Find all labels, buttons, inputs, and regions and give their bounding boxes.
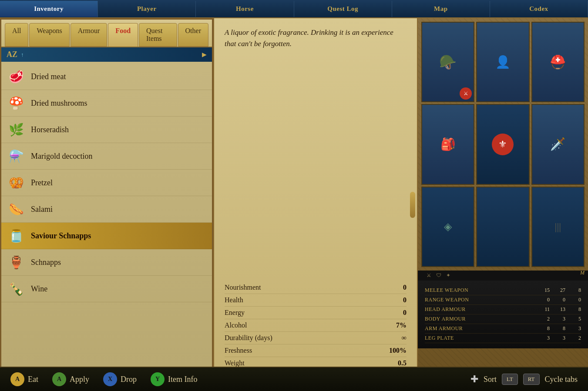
item-name-dried-meat: Dried meat: [31, 72, 66, 81]
stats-row-leg: LEG PLATE 3 3 2: [425, 334, 581, 343]
stat-value: 100%: [389, 347, 407, 354]
eat-action[interactable]: A Eat: [10, 372, 38, 386]
list-item[interactable]: ⚗️ Marigold decoction: [1, 143, 212, 170]
head-v3: 8: [572, 306, 581, 313]
list-item[interactable]: 🥨 Pretzel: [1, 170, 212, 196]
head-v1: 11: [541, 306, 550, 313]
item-description: A liquor of exotic fragrance. Drinking i…: [225, 27, 407, 79]
tab-food[interactable]: Food: [108, 23, 138, 47]
stat-health: Health 0: [225, 294, 407, 307]
equip-slot-bag[interactable]: 🎒: [421, 104, 474, 184]
rt-label: RT: [528, 376, 535, 383]
nav-horse[interactable]: Horse: [196, 1, 294, 17]
item-name-saviour-schnapps: Saviour Schnapps: [31, 231, 91, 241]
main-area: All Weapons Armour Food Quest Items Othe…: [0, 18, 588, 391]
stats-values-melee: 15 27 8: [541, 287, 581, 294]
apply-action[interactable]: A Apply: [52, 372, 89, 386]
arm-v2: 8: [557, 325, 565, 332]
tab-other[interactable]: Other: [178, 23, 208, 47]
melee-v3: 8: [572, 287, 581, 294]
equipment-panel: 🪖 ⚔ 👤 ⛑️ 🎒 ⚜ 🗡️ ◈: [418, 18, 588, 391]
body-v2: 3: [557, 316, 565, 322]
ring-icon: ◈: [444, 221, 452, 233]
melee-v1: 15: [541, 287, 550, 294]
sort-label: ↑: [21, 51, 24, 58]
nav-codex[interactable]: Codex: [490, 1, 588, 17]
scroll-handle[interactable]: [410, 192, 415, 218]
drop-label: Drop: [121, 375, 137, 384]
equip-slot-head[interactable]: 🪖 ⚔: [421, 22, 474, 102]
list-item[interactable]: 🥩 Dried meat: [1, 63, 212, 90]
nav-player[interactable]: Player: [98, 1, 196, 17]
equip-slot-weapon[interactable]: 🗡️: [531, 104, 585, 184]
inventory-panel: All Weapons Armour Food Quest Items Othe…: [0, 18, 213, 391]
stats-values-head: 11 13 8: [541, 306, 581, 313]
shield-badge: ⚔: [460, 87, 472, 100]
item-name-schnapps: Schnapps: [31, 258, 61, 267]
stats-label-head: HEAD ARMOUR: [425, 306, 541, 313]
item-icon-horseradish: 🌿: [7, 120, 26, 139]
range-v1: 0: [541, 297, 550, 303]
list-item[interactable]: 🍾 Wine: [1, 276, 212, 302]
equip-slot-ring[interactable]: ◈: [421, 187, 474, 267]
list-item[interactable]: 🌿 Horseradish: [1, 117, 212, 143]
tab-quest-items[interactable]: Quest Items: [139, 23, 177, 47]
range-v2: 0: [557, 297, 565, 303]
drop-action[interactable]: X Drop: [103, 372, 137, 386]
stat-value: 0: [403, 296, 407, 304]
list-item[interactable]: 🌭 Salami: [1, 196, 212, 223]
list-item-selected[interactable]: 🫙 Saviour Schnapps: [1, 223, 212, 249]
stat-value: 0.5: [398, 359, 407, 367]
stat-label: Health: [225, 296, 243, 304]
stat-label: Nourishment: [225, 284, 261, 291]
melee-v2: 27: [557, 287, 565, 294]
stat-label: Freshness: [225, 347, 252, 354]
equip-slot-boots[interactable]: |||: [531, 187, 585, 267]
stats-label-body: BODY ARMOUR: [425, 316, 541, 322]
item-icon-saviour-schnapps: 🫙: [7, 226, 26, 245]
head-v2: 13: [557, 306, 565, 313]
item-info-action[interactable]: Y Item Info: [151, 372, 197, 386]
range-v3: 0: [572, 297, 581, 303]
helmet2-icon: ⛑️: [550, 54, 566, 70]
item-icon-pretzel: 🥨: [7, 173, 26, 192]
lt-button[interactable]: LT: [502, 374, 518, 385]
nav-map[interactable]: Map: [392, 1, 490, 17]
item-name-wine: Wine: [31, 284, 47, 294]
list-item[interactable]: 🍄 Dried mushrooms: [1, 90, 212, 117]
equip-slot-helmet2[interactable]: ⛑️: [531, 22, 585, 102]
rt-button[interactable]: RT: [523, 374, 540, 385]
apply-button-circle: A: [52, 372, 66, 386]
stats-column-headers: ⚔ 🛡 ✦: [418, 271, 588, 281]
bag-icon: 🎒: [440, 137, 456, 151]
head-item-icon: 🪖: [439, 54, 457, 70]
sort-action-label: Sort: [484, 375, 497, 384]
col-header-icons: ⚔ 🛡 ✦: [425, 272, 450, 279]
stat-label: Alcohol: [225, 321, 247, 329]
stats-values-arm: 8 8 3: [541, 325, 581, 332]
item-stats: Nourishment 0 Health 0 Energy 0 Alcohol …: [225, 92, 407, 382]
top-navigation: Inventory Player Horse Quest Log Map Cod…: [0, 0, 588, 18]
item-name-pretzel: Pretzel: [31, 178, 53, 187]
list-item[interactable]: 🏺 Schnapps: [1, 249, 212, 276]
item-icon-schnapps: 🏺: [7, 253, 26, 272]
tab-weapons[interactable]: Weapons: [29, 23, 69, 47]
equip-slot-necklace[interactable]: 👤: [476, 22, 529, 102]
nav-inventory[interactable]: Inventory: [0, 1, 98, 17]
nav-quest-log[interactable]: Quest Log: [294, 1, 392, 17]
sort-bar[interactable]: AZ ↑ ▶: [1, 47, 212, 62]
plus-icon: ✚: [470, 374, 478, 385]
tab-all[interactable]: All: [5, 23, 28, 47]
eat-button-circle: A: [10, 372, 24, 386]
stat-alcohol: Alcohol 7%: [225, 319, 407, 332]
stats-values-range: 0 0 0: [541, 297, 581, 303]
equip-slot-center[interactable]: ⚜: [476, 104, 529, 184]
equip-slot-empty[interactable]: [476, 187, 529, 267]
stat-nourishment: Nourishment 0: [225, 281, 407, 294]
item-icon-dried-mushrooms: 🍄: [7, 94, 26, 113]
item-name-dried-mushrooms: Dried mushrooms: [31, 99, 87, 108]
item-name-horseradish: Horseradish: [31, 125, 69, 134]
action-bar: A Eat A Apply X Drop Y Item Info ✚ Sort …: [0, 367, 588, 391]
tab-armour[interactable]: Armour: [71, 23, 108, 47]
item-icon-marigold: ⚗️: [7, 147, 26, 166]
